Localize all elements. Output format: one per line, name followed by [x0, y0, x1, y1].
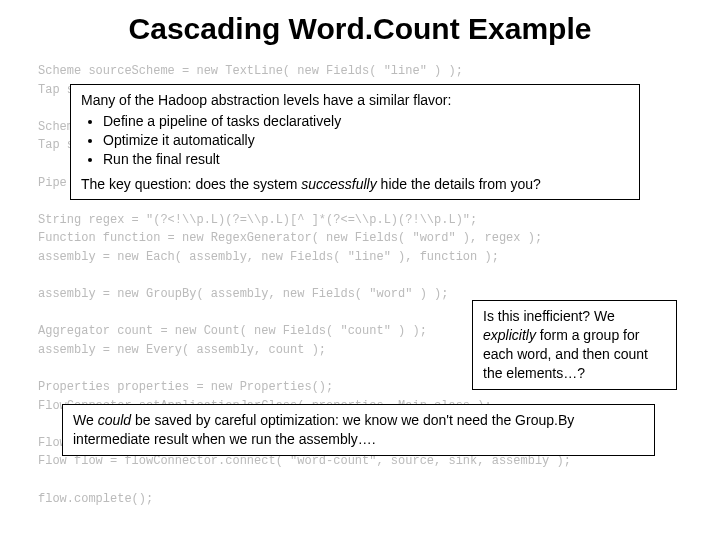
text-fragment: hide the details from you?	[377, 176, 541, 192]
emphasis: successfully	[301, 176, 376, 192]
callout-hadoop-abstraction: Many of the Hadoop abstraction levels ha…	[70, 84, 640, 200]
text-fragment: The key question: does the system	[81, 176, 301, 192]
bullet-item: Optimize it automatically	[103, 131, 629, 150]
callout-key-question: The key question: does the system succes…	[81, 175, 629, 194]
callout-bullet-list: Define a pipeline of tasks declaratively…	[81, 112, 629, 169]
callout-optimization: We could be saved by careful optimizatio…	[62, 404, 655, 456]
text-fragment: Is this inefficient? We	[483, 308, 615, 324]
bullet-item: Run the final result	[103, 150, 629, 169]
callout-inefficient: Is this inefficient? We explicitly form …	[472, 300, 677, 390]
emphasis: could	[98, 412, 131, 428]
callout-intro: Many of the Hadoop abstraction levels ha…	[81, 91, 629, 110]
text-fragment: be saved by careful optimization: we kno…	[73, 412, 574, 447]
bullet-item: Define a pipeline of tasks declaratively	[103, 112, 629, 131]
text-fragment: We	[73, 412, 98, 428]
slide-title: Cascading Word.Count Example	[0, 0, 720, 54]
emphasis: explicitly	[483, 327, 536, 343]
